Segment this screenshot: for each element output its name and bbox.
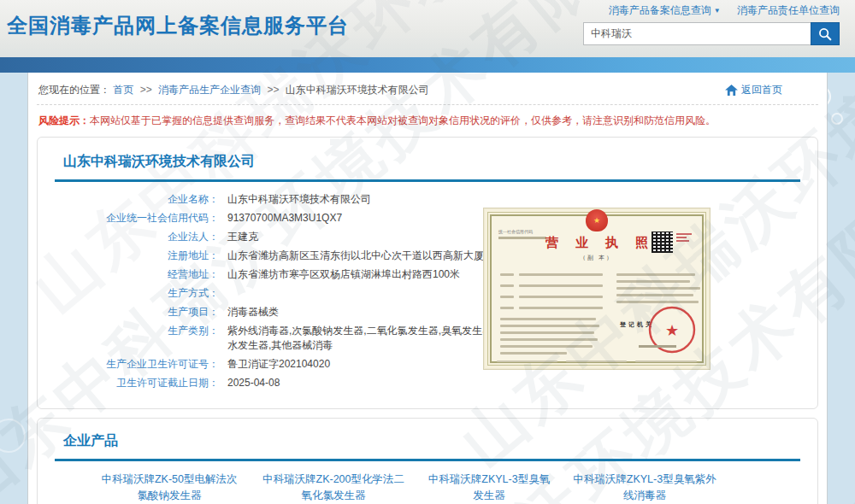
nav-link-record-query[interactable]: 消毒产品备案信息查询▼ [609,4,721,16]
field-row-license-expiry: 卫生许可证截止日期： 2025-04-08 [55,376,802,390]
chevron-down-icon: ▼ [714,7,721,15]
section-divider [55,179,800,182]
site-header: 全国消毒产品网上备案信息服务平台 消毒产品备案信息查询▼ 消毒产品责任单位查询 [0,0,855,57]
field-value: 山东省潍坊高新区玉清东街以北中心次干道以西高新大厦502房间 [227,249,522,263]
search-bar [583,22,840,45]
search-icon [817,26,833,42]
risk-notice: 风险提示：本网站仅基于已掌握的信息提供查询服务，查询结果不代表本网站对被查询对象… [37,105,818,135]
qr-side-text [676,231,692,243]
breadcrumb-separator: >> [140,84,152,96]
field-value: 山东省潍坊市寒亭区双杨店镇湖淋埠出村路西100米 [227,267,460,282]
return-home-link[interactable]: 返回首页 [725,83,782,97]
top-nav: 消毒产品备案信息查询▼ 消毒产品责任单位查询 [583,3,840,18]
breadcrumb: 您现在的位置： 首页 >> 消毒产品生产企业查询 >> 山东中科瑞沃环境技术有限… [38,83,429,97]
field-label: 企业统一社会信用代码： [55,211,219,226]
license-date-bar [639,345,676,348]
license-code-label: 统一社会信用代码 [498,228,533,235]
license-right-column [616,269,705,308]
svg-text:★: ★ [665,322,679,339]
field-value: 消毒器械类 [227,305,279,319]
home-icon [725,85,738,96]
license-subtitle: （副 本） [492,254,702,262]
return-home-label: 返回首页 [741,83,782,97]
license-frame: 统一社会信用代码 ★ 营 业 执 照 （副 本） [490,214,704,363]
field-value: 鲁卫消证字202104020 [227,357,330,372]
product-link[interactable]: 中科瑞沃牌ZK-200型化学法二氧化氯发生器 [262,472,405,504]
molecule-decor-icon [831,113,843,125]
molecule-decor-icon [0,419,26,453]
breadcrumb-current: 山东中科瑞沃环境技术有限公司 [286,84,429,96]
field-value: 山东中科瑞沃环境技术有限公司 [227,192,371,207]
products-title: 企业产品 [63,432,802,450]
product-list: 中科瑞沃牌ZK-50型电解法次氯酸钠发生器 中科瑞沃牌ZK-200型化学法二氧化… [53,472,802,504]
product-link[interactable]: 中科瑞沃牌ZKYL-3型臭氧发生器 [426,472,552,504]
section-divider [55,459,800,461]
product-link[interactable]: 中科瑞沃牌ZK-50型电解法次氯酸钠发生器 [97,472,241,504]
company-card: 山东中科瑞沃环境技术有限公司 企业名称： 山东中科瑞沃环境技术有限公司 企业统一… [37,137,818,409]
nav-link-unit-query[interactable]: 消毒产品责任单位查询 [737,4,840,16]
field-label: 企业名称： [55,192,219,207]
company-title: 山东中科瑞沃环境技术有限公司 [63,153,802,171]
header-tools: 消毒产品备案信息查询▼ 消毒产品责任单位查询 [583,3,840,45]
license-footnote-bars [497,356,697,366]
header-divider-bar [0,57,855,73]
license-left-column [500,269,603,359]
breadcrumb-separator: >> [267,84,279,96]
field-value: 91370700MA3M3U1QX7 [227,211,342,226]
breadcrumb-prefix: 您现在的位置： [38,84,110,96]
products-card: 企业产品 中科瑞沃牌ZK-50型电解法次氯酸钠发生器 中科瑞沃牌ZK-200型化… [37,418,818,504]
field-label: 生产企业卫生许可证号： [55,357,219,372]
field-label: 生产方式： [55,286,219,301]
field-row-name: 企业名称： 山东中科瑞沃环境技术有限公司 [55,192,802,207]
breadcrumb-home[interactable]: 首页 [113,84,133,96]
product-link[interactable]: 中科瑞沃牌ZKYL-3型臭氧紫外线消毒器 [573,472,716,504]
content-wrapper: 您现在的位置： 首页 >> 消毒产品生产企业查询 >> 山东中科瑞沃环境技术有限… [27,73,828,504]
search-button[interactable] [811,22,840,45]
field-label: 生产类别： [55,324,219,353]
field-label: 注册地址： [55,249,219,263]
national-emblem-icon: ★ [586,209,608,231]
field-value: 王建克 [227,230,258,244]
breadcrumb-category[interactable]: 消毒产品生产企业查询 [158,84,261,96]
qr-code [652,231,673,253]
field-label: 卫生许可证截止日期： [55,376,219,390]
business-license-image: 统一社会信用代码 ★ 营 业 执 照 （副 本） [483,208,711,370]
risk-notice-label: 风险提示： [38,114,90,126]
breadcrumb-row: 您现在的位置： 首页 >> 消毒产品生产企业查询 >> 山东中科瑞沃环境技术有限… [37,78,818,105]
field-label: 企业法人： [55,230,219,244]
search-input[interactable] [583,22,811,45]
field-value: 2025-04-08 [227,376,280,390]
field-label: 经营地址： [55,267,219,282]
field-label: 生产项目： [55,305,219,319]
field-value: 紫外线消毒器,次氯酸钠发生器,二氧化氯发生器,臭氧发生器、臭氧水发生器,其他器械… [227,324,525,353]
site-title: 全国消毒产品网上备案信息服务平台 [7,12,349,39]
risk-notice-text: 本网站仅基于已掌握的信息提供查询服务，查询结果不代表本网站对被查询对象信用状况的… [90,114,716,126]
